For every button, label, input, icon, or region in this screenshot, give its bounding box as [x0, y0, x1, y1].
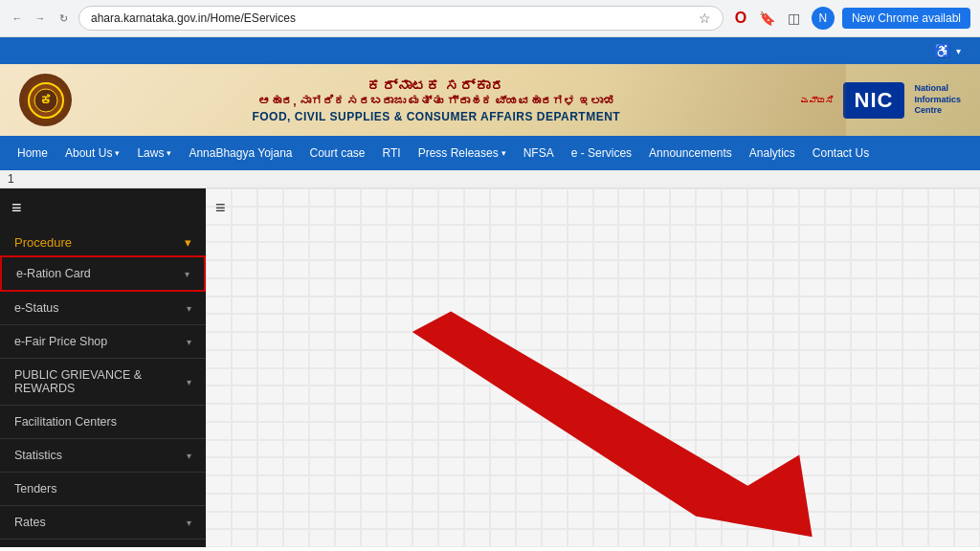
- back-button[interactable]: ←: [10, 11, 25, 26]
- grid-cell: [309, 332, 335, 350]
- sidebar-item-e-ration-card[interactable]: e-Ration Card▾: [0, 255, 206, 292]
- grid-cell: [902, 278, 928, 297]
- grid-cell: [773, 278, 799, 297]
- grid-cell: [438, 440, 464, 458]
- grid-cell: [773, 386, 799, 404]
- sidebar-item-statistics[interactable]: Statistics▾: [0, 439, 206, 473]
- nav-item-press-releases[interactable]: Press Releases▾: [411, 139, 514, 167]
- grid-cell: [387, 314, 412, 332]
- profile-icon[interactable]: N: [812, 7, 835, 30]
- grid-cell: [464, 188, 490, 207]
- grid-cell: [516, 422, 542, 440]
- grid-cell: [593, 260, 619, 278]
- header-left: ಕ: [19, 74, 72, 126]
- forward-button[interactable]: →: [33, 11, 48, 26]
- grid-cell: [568, 332, 593, 350]
- grid-cell: [825, 494, 851, 512]
- content-hamburger[interactable]: ≡: [215, 198, 226, 218]
- sidebar-item-label: Rates: [14, 516, 46, 529]
- grid-cell: [954, 188, 980, 207]
- grid-cell: [438, 242, 464, 260]
- grid-cell: [464, 422, 490, 440]
- grid-cell: [799, 278, 825, 297]
- url-bar[interactable]: ahara.karnataka.gov.in/Home/EServices ☆: [78, 6, 724, 31]
- grid-cell: [696, 529, 722, 547]
- grid-cell: [283, 494, 309, 512]
- grid-cell: [747, 368, 773, 386]
- grid-cell: [412, 386, 438, 404]
- grid-cell: [309, 512, 335, 530]
- nav-item-announcements[interactable]: Announcements: [641, 139, 740, 167]
- grid-cell: [825, 475, 851, 494]
- grid-cell: [928, 314, 954, 332]
- sidebar-item-rates[interactable]: Rates▾: [0, 506, 206, 540]
- grid-cell: [851, 314, 877, 332]
- sidebar-item-facilitation-centers[interactable]: Facilitation Centers: [0, 406, 206, 439]
- sidebar-section-title[interactable]: Procedure ▾: [0, 228, 206, 255]
- grid-cell: [309, 386, 335, 404]
- grid-cell: [412, 242, 438, 260]
- grid-cell: [593, 386, 619, 404]
- grid-cell: [361, 225, 387, 243]
- nav-item-court-case[interactable]: Court case: [302, 139, 373, 167]
- nav-item-home[interactable]: Home: [10, 139, 56, 167]
- grid-cell: [644, 188, 670, 207]
- nav-item-laws[interactable]: Laws▾: [129, 139, 179, 167]
- grid-cell: [799, 368, 825, 386]
- grid-cell: [232, 422, 257, 440]
- grid-cell: [232, 475, 257, 494]
- grid-cell: [516, 297, 542, 315]
- grid-cell: [516, 188, 542, 207]
- grid-cell: [283, 512, 309, 530]
- grid-cell: [490, 422, 516, 440]
- refresh-button[interactable]: ↻: [56, 11, 71, 26]
- grid-cell: [928, 529, 954, 547]
- grid-cell: [773, 225, 799, 243]
- nav-item-contact-us[interactable]: Contact Us: [805, 139, 877, 167]
- grid-cell: [361, 314, 387, 332]
- grid-cell: [722, 297, 747, 315]
- bookmark-icon[interactable]: 🔖: [758, 9, 777, 28]
- grid-cell: [928, 404, 954, 422]
- grid-cell: [283, 297, 309, 315]
- extensions-icon[interactable]: ◫: [785, 9, 804, 28]
- grid-cell: [309, 457, 335, 475]
- nav-item-nfsa[interactable]: NFSA: [516, 139, 562, 167]
- sidebar-chevron-icon: ▾: [185, 269, 189, 279]
- nav-item-rti[interactable]: RTI: [375, 139, 409, 167]
- sidebar-item-frequently-asked-questions[interactable]: Frequently Asked Questions: [0, 540, 206, 547]
- grid-cell: [851, 278, 877, 297]
- grid-cell: [593, 188, 619, 207]
- nic-text: National Informatics Centre: [914, 83, 961, 117]
- star-icon[interactable]: ☆: [699, 11, 711, 26]
- sidebar-item-public-grievance-and-rewards[interactable]: PUBLIC GRIEVANCE & REWARDS▾: [0, 359, 206, 406]
- grid-cell: [412, 207, 438, 225]
- nav-item-annabhagya-yojana[interactable]: AnnaBhagya Yojana: [181, 139, 300, 167]
- nic-logo: NIC: [843, 82, 905, 119]
- grid-cell: [644, 422, 670, 440]
- grid-cell: [825, 422, 851, 440]
- grid-cell: [438, 529, 464, 547]
- nav-item-analytics[interactable]: Analytics: [742, 139, 803, 167]
- grid-cell: [928, 494, 954, 512]
- grid-cell: [773, 529, 799, 547]
- sidebar-item-e-fair-price-shop[interactable]: e-Fair Price Shop▾: [0, 325, 206, 359]
- grid-cell: [387, 404, 412, 422]
- new-chrome-button[interactable]: New Chrome availabl: [842, 8, 970, 29]
- sidebar-hamburger[interactable]: ≡: [0, 188, 206, 228]
- grid-cell: [542, 404, 568, 422]
- grid-cell: [361, 475, 387, 494]
- nav-item-about-us[interactable]: About Us▾: [57, 139, 127, 167]
- nav-item-e---services[interactable]: e - Services: [564, 139, 639, 167]
- accessibility-chevron-icon: ▾: [956, 46, 961, 56]
- sidebar-item-tenders[interactable]: Tenders: [0, 473, 206, 506]
- grid-cell: [954, 475, 980, 494]
- grid-cell: [747, 529, 773, 547]
- grid-cell: [877, 242, 902, 260]
- grid-cell: [773, 350, 799, 368]
- grid-cell: [851, 386, 877, 404]
- grid-cell: [902, 242, 928, 260]
- grid-cell: [825, 386, 851, 404]
- grid-cell: [618, 422, 644, 440]
- sidebar-item-e-status[interactable]: e-Status▾: [0, 292, 206, 325]
